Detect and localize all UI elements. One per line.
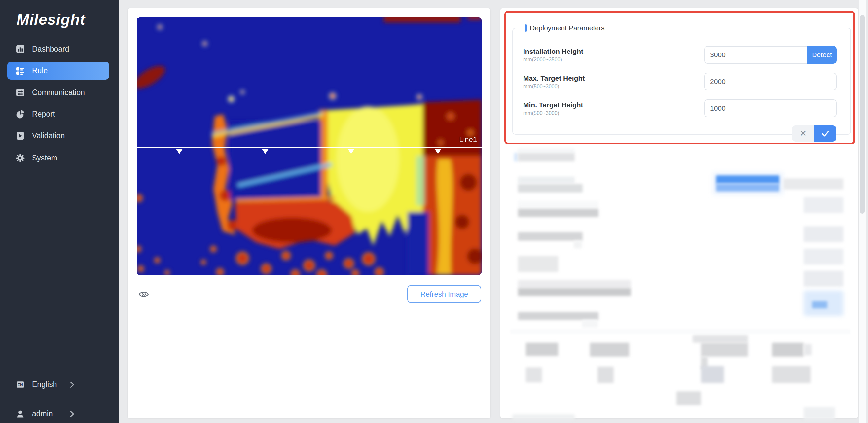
redacted-control[interactable] [804, 249, 843, 264]
redacted-cell [676, 391, 701, 405]
redacted-cell [804, 344, 811, 355]
redacted-cell [526, 343, 558, 356]
sidebar-item-system[interactable]: System [0, 149, 119, 167]
redacted-text [518, 288, 631, 296]
redacted-text [518, 153, 575, 161]
legend-accent-bar [525, 25, 527, 32]
redacted-button[interactable] [716, 184, 779, 192]
system-icon [16, 154, 25, 162]
installation-height-hint: mm(2000~3500) [523, 57, 562, 63]
communication-icon [16, 88, 25, 97]
min-target-height-hint: mm(500~3000) [523, 110, 559, 116]
redacted-control[interactable] [804, 197, 843, 213]
line-handle[interactable] [348, 149, 354, 154]
sidebar-item-label: Dashboard [32, 44, 69, 54]
redacted-text [518, 184, 583, 193]
redacted-cell [526, 367, 542, 382]
sidebar-item-label: Communication [32, 88, 85, 97]
chevron-right-icon [70, 411, 75, 417]
line-handle[interactable] [435, 149, 441, 154]
redacted-text [804, 407, 835, 419]
detection-line[interactable] [137, 147, 482, 148]
redacted-text [783, 178, 843, 190]
redacted-text [518, 209, 598, 217]
redacted-cell [693, 335, 748, 343]
refresh-image-button[interactable]: Refresh Image [407, 285, 481, 303]
redacted-control[interactable] [804, 271, 843, 287]
deployment-parameters-legend: Deployment Parameters [521, 23, 609, 33]
redacted-cell [701, 343, 748, 357]
confirm-button[interactable] [814, 126, 836, 142]
language-icon: EN [16, 380, 25, 389]
thermal-depth-image[interactable]: Line1 [137, 17, 482, 275]
redacted-control[interactable] [804, 226, 843, 242]
redacted-cell [597, 366, 614, 383]
chevron-right-icon [70, 381, 75, 388]
sidebar-item-label: admin [32, 410, 53, 418]
sidebar-item-communication[interactable]: Communication [0, 84, 119, 101]
max-target-height-hint: mm(500~3000) [523, 84, 559, 90]
cancel-button[interactable]: ✕ [792, 126, 814, 142]
redacted-text [518, 201, 598, 208]
sidebar: Milesight Dashboard Rule Communication R… [0, 0, 119, 423]
installation-height-label: Installation Height [523, 47, 583, 56]
redacted-text [512, 415, 575, 419]
brand-logo: Milesight [17, 10, 85, 28]
redacted-cell [590, 343, 629, 357]
validation-icon [16, 131, 25, 140]
sidebar-item-dashboard[interactable]: Dashboard [0, 40, 119, 58]
redacted-button[interactable] [716, 175, 779, 184]
eye-icon[interactable] [139, 290, 149, 298]
installation-height-input[interactable] [704, 46, 807, 64]
redacted-text [518, 312, 598, 320]
redacted-cell [701, 366, 724, 383]
redacted-text [518, 177, 575, 183]
redacted-cell [772, 366, 810, 383]
sidebar-item-label: Report [32, 110, 55, 119]
line-handle[interactable] [262, 149, 269, 154]
line-handle[interactable] [176, 149, 183, 154]
max-target-height-input[interactable] [704, 73, 837, 91]
app-root: Milesight Dashboard Rule Communication R… [0, 0, 868, 423]
min-target-height-label: Min. Target Height [523, 101, 583, 109]
redacted-text [514, 153, 518, 161]
redacted-text [582, 320, 598, 328]
redacted-text [518, 256, 558, 272]
sidebar-item-validation[interactable]: Validation [0, 127, 119, 144]
sidebar-item-report[interactable]: Report [0, 105, 119, 123]
redacted-text [518, 232, 583, 241]
sidebar-item-label: Validation [32, 131, 65, 140]
sidebar-item-rule[interactable]: Rule [7, 62, 109, 79]
sidebar-item-label: English [32, 380, 57, 389]
sidebar-item-user[interactable]: admin [0, 405, 119, 423]
sidebar-item-language[interactable]: EN English [0, 376, 119, 393]
report-icon [16, 110, 25, 119]
heatmap-canvas [137, 17, 482, 275]
redacted-cell [772, 343, 804, 357]
redacted-button[interactable] [812, 301, 827, 308]
language-badge: EN [18, 383, 23, 387]
min-target-height-input[interactable] [704, 99, 837, 117]
sidebar-item-label: Rule [32, 66, 48, 75]
redacted-text [518, 148, 575, 153]
dashboard-icon [16, 44, 25, 54]
max-target-height-label: Max. Target Height [523, 74, 585, 82]
legend-title: Deployment Parameters [530, 24, 604, 32]
section-divider [510, 329, 850, 334]
user-icon [16, 410, 25, 418]
detect-button[interactable]: Detect [807, 46, 837, 64]
line-label: Line1 [459, 135, 477, 144]
sidebar-item-label: System [32, 154, 58, 162]
redacted-text [574, 241, 582, 248]
rule-icon [16, 66, 25, 75]
redacted-text [518, 280, 631, 288]
check-icon [822, 131, 829, 137]
scrollbar-thumb[interactable] [860, 15, 865, 214]
